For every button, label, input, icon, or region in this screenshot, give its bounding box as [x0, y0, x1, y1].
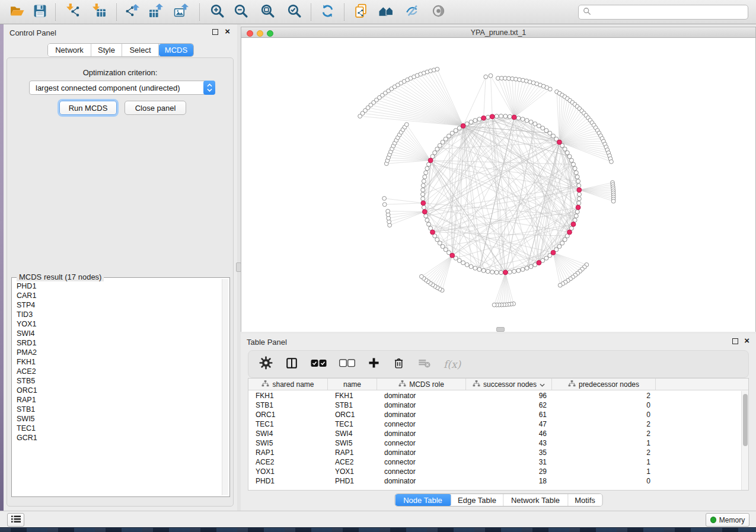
network-node[interactable]	[477, 267, 481, 271]
network-node[interactable]	[575, 175, 579, 179]
refresh-button[interactable]	[318, 4, 336, 21]
network-node[interactable]	[573, 166, 577, 171]
column-header-shared-name[interactable]: shared name	[248, 379, 328, 390]
network-node[interactable]	[575, 210, 579, 214]
close-panel-button[interactable]: Close panel	[125, 101, 186, 115]
network-node[interactable]	[450, 131, 454, 135]
satellite-node[interactable]	[404, 123, 409, 127]
network-node[interactable]	[486, 270, 490, 274]
cell-predecessor-nodes[interactable]: 1	[552, 467, 656, 476]
network-node[interactable]	[503, 114, 508, 118]
cell-predecessor-nodes[interactable]: 2	[552, 448, 656, 457]
cell-successor-nodes[interactable]: 29	[466, 467, 552, 476]
table-row[interactable]: SWI4SWI4dominator462	[248, 429, 741, 438]
network-node[interactable]	[508, 270, 512, 274]
network-node[interactable]	[421, 193, 425, 197]
select-all-checkboxes-button[interactable]	[311, 359, 327, 370]
cell-name[interactable]: FKH1	[328, 392, 377, 400]
network-node[interactable]	[486, 115, 490, 119]
mcds-hub-node[interactable]	[481, 116, 486, 120]
network-node[interactable]	[567, 155, 572, 159]
network-node[interactable]	[537, 124, 541, 128]
search-input[interactable]	[591, 7, 748, 18]
float-table-panel-icon[interactable]	[732, 338, 738, 344]
cell-successor-nodes[interactable]: 35	[466, 448, 552, 457]
network-node[interactable]	[424, 171, 428, 175]
network-node[interactable]	[433, 150, 437, 155]
cell-predecessor-nodes[interactable]: 2	[552, 420, 656, 428]
cell-successor-nodes[interactable]: 96	[466, 392, 552, 400]
mcds-result-item[interactable]: STB1	[17, 405, 221, 414]
cell-successor-nodes[interactable]: 18	[466, 477, 552, 485]
cell-MCDS-role[interactable]: dominator	[377, 392, 466, 400]
network-node[interactable]	[578, 193, 582, 197]
mcds-hub-node[interactable]	[551, 251, 556, 255]
cell-predecessor-nodes[interactable]: 2	[552, 392, 656, 400]
tab-network[interactable]: Network	[48, 44, 91, 56]
network-node[interactable]	[577, 184, 581, 188]
cell-successor-nodes[interactable]: 46	[466, 430, 552, 438]
mcds-hub-node[interactable]	[577, 188, 582, 193]
network-node[interactable]	[427, 222, 431, 226]
cell-MCDS-role[interactable]: connector	[377, 439, 466, 447]
network-node[interactable]	[576, 179, 580, 183]
cell-name[interactable]: PHD1	[328, 477, 377, 485]
network-node[interactable]	[438, 241, 442, 245]
mcds-hub-node[interactable]	[576, 205, 580, 210]
network-node[interactable]	[573, 218, 577, 222]
network-node[interactable]	[541, 126, 545, 130]
cell-name[interactable]: SWI4	[328, 430, 377, 438]
cell-predecessor-nodes[interactable]: 0	[552, 411, 656, 419]
cell-successor-nodes[interactable]: 61	[466, 411, 552, 419]
cell-successor-nodes[interactable]: 62	[466, 401, 552, 409]
network-node[interactable]	[577, 197, 581, 201]
network-node[interactable]	[529, 120, 533, 124]
column-header-successor-nodes[interactable]: successor nodes	[466, 379, 552, 390]
cell-MCDS-role[interactable]: dominator	[377, 448, 466, 457]
network-node[interactable]	[499, 114, 503, 118]
cell-name[interactable]: RAP1	[328, 448, 377, 457]
zoom-selected-button[interactable]	[285, 4, 303, 21]
table-row[interactable]: TEC1TEC1connector472	[248, 419, 741, 429]
cell-shared-name[interactable]: YOX1	[248, 467, 328, 476]
cell-shared-name[interactable]: STB1	[248, 401, 328, 409]
mcds-result-list[interactable]: PHD1CAR1STP4TID3YOX1SWI4SRD1PMA2FKH1ACE2…	[13, 281, 221, 495]
cell-predecessor-nodes[interactable]: 1	[552, 439, 656, 447]
mcds-result-item[interactable]: GCR1	[17, 433, 221, 443]
mcds-hub-node[interactable]	[503, 270, 508, 275]
network-node[interactable]	[521, 267, 525, 271]
network-node[interactable]	[424, 214, 428, 218]
satellite-node[interactable]	[611, 199, 615, 203]
mcds-hub-node[interactable]	[557, 140, 562, 145]
network-node[interactable]	[490, 270, 495, 274]
satellite-node[interactable]	[386, 209, 390, 213]
network-node[interactable]	[421, 188, 425, 192]
cell-shared-name[interactable]: ACE2	[248, 458, 328, 466]
mcds-result-item[interactable]: ACE2	[17, 367, 221, 376]
network-node[interactable]	[477, 117, 481, 121]
mcds-result-item[interactable]: PMA2	[17, 348, 221, 357]
import-network-button[interactable]	[64, 4, 82, 21]
mcds-result-item[interactable]: RAP1	[17, 395, 221, 405]
network-node[interactable]	[423, 175, 427, 179]
network-node[interactable]	[525, 118, 529, 123]
cell-predecessor-nodes[interactable]: 1	[552, 458, 656, 466]
network-node[interactable]	[473, 118, 477, 123]
cell-name[interactable]: STB1	[328, 401, 377, 409]
table-row[interactable]: RAP1RAP1dominator352	[248, 448, 741, 457]
cell-MCDS-role[interactable]: connector	[377, 458, 466, 466]
export-image-button[interactable]	[172, 4, 190, 21]
network-node[interactable]	[544, 256, 548, 260]
cell-shared-name[interactable]: SWI5	[248, 439, 328, 447]
network-node[interactable]	[441, 245, 445, 249]
cell-name[interactable]: SWI5	[328, 439, 377, 447]
network-node[interactable]	[577, 201, 581, 205]
network-node[interactable]	[495, 270, 499, 274]
network-canvas[interactable]	[241, 38, 755, 332]
cell-name[interactable]: ACE2	[328, 458, 377, 466]
network-node[interactable]	[438, 143, 442, 148]
cell-shared-name[interactable]: ORC1	[248, 411, 328, 419]
export-network-button[interactable]	[123, 4, 141, 21]
hide-style-button[interactable]	[403, 4, 421, 21]
network-node[interactable]	[457, 258, 461, 262]
